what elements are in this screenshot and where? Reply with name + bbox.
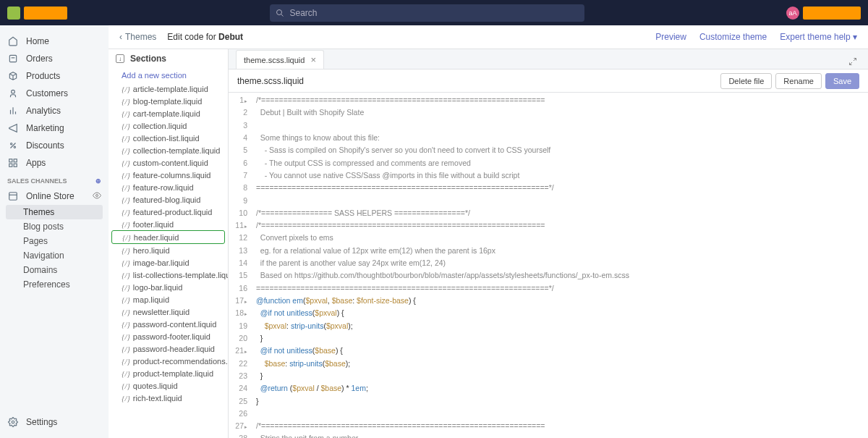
file-password-footer-liquid[interactable]: {/} password-footer.liquid: [109, 330, 228, 342]
close-icon[interactable]: ×: [310, 54, 316, 65]
svg-line-20: [850, 62, 853, 65]
search-placeholder: Search: [290, 8, 318, 18]
liquid-icon: {/}: [122, 220, 130, 229]
file-quotes-liquid[interactable]: {/} quotes.liquid: [109, 379, 228, 392]
file-article-template-liquid[interactable]: {/} article-template.liquid: [109, 83, 228, 95]
sidebar-item-online-store[interactable]: Online Store: [0, 188, 109, 205]
sidebar-label: Customers: [26, 88, 68, 98]
main-header: ‹ Themes Edit code for Debut Preview Cus…: [109, 25, 868, 49]
svg-line-10: [11, 143, 16, 148]
analytics-icon: [7, 105, 19, 117]
sidebar-item-discounts[interactable]: Discounts: [0, 137, 109, 154]
file-hero-liquid[interactable]: {/} hero.liquid: [109, 244, 228, 256]
home-icon: [7, 35, 19, 47]
sidebar-label: Apps: [26, 158, 46, 168]
tab-open-file[interactable]: theme.scss.liquid ×: [236, 50, 324, 69]
sidebar-item-marketing[interactable]: Marketing: [0, 119, 109, 137]
sidebar-sub-blog-posts[interactable]: Blog posts: [0, 219, 109, 234]
discounts-icon: [7, 140, 19, 151]
page-title: Edit code for Debut: [167, 32, 243, 42]
file-feature-row-liquid[interactable]: {/} feature-row.liquid: [109, 181, 228, 193]
liquid-icon: {/}: [122, 394, 130, 403]
preview-link[interactable]: Preview: [655, 32, 686, 42]
save-button[interactable]: Save: [825, 73, 859, 89]
sidebar-sub-pages[interactable]: Pages: [0, 234, 109, 248]
expand-icon[interactable]: [845, 56, 861, 69]
back-button[interactable]: ‹ Themes: [119, 32, 156, 42]
sidebar-sub-navigation[interactable]: Navigation: [0, 248, 109, 263]
sidebar-sub-themes[interactable]: Themes: [6, 205, 103, 219]
file-custom-content-liquid[interactable]: {/} custom-content.liquid: [109, 156, 228, 169]
file-featured-product-liquid[interactable]: {/} featured-product.liquid: [109, 206, 228, 218]
tabs-row: theme.scss.liquid ×: [229, 49, 868, 70]
sidebar-item-products[interactable]: Products: [0, 67, 109, 85]
expert-help-dropdown[interactable]: Expert theme help ▾: [780, 32, 857, 42]
sidebar-sub-preferences[interactable]: Preferences: [0, 277, 109, 292]
file-cart-template-liquid[interactable]: {/} cart-template.liquid: [109, 107, 228, 119]
svg-rect-11: [9, 159, 12, 162]
liquid-icon: {/}: [122, 332, 130, 341]
sidebar-sub-domains[interactable]: Domains: [0, 263, 109, 277]
file-image-bar-liquid[interactable]: {/} image-bar.liquid: [109, 256, 228, 269]
eye-icon[interactable]: [93, 191, 101, 202]
rename-button[interactable]: Rename: [775, 73, 822, 89]
file-collection-list-liquid[interactable]: {/} collection-list.liquid: [109, 132, 228, 144]
search-input[interactable]: Search: [270, 4, 584, 22]
liquid-icon: {/}: [122, 134, 130, 143]
liquid-icon: {/}: [122, 357, 130, 366]
file-rich-text-liquid[interactable]: {/} rich-text.liquid: [109, 392, 228, 404]
section-header[interactable]: ↓ Sections: [109, 49, 228, 68]
store-name-redacted: [24, 7, 67, 20]
file-collection-liquid[interactable]: {/} collection.liquid: [109, 119, 228, 132]
add-channel-icon[interactable]: ⊕: [95, 177, 101, 185]
svg-point-4: [12, 90, 15, 93]
file-blog-template-liquid[interactable]: {/} blog-template.liquid: [109, 95, 228, 107]
filename-label: theme.scss.liquid: [237, 76, 304, 86]
file-product-recommendations-liquid[interactable]: {/} product-recommendations.liquid: [109, 355, 228, 367]
liquid-icon: {/}: [122, 271, 130, 279]
avatar[interactable]: aA: [786, 7, 799, 20]
liquid-icon: {/}: [122, 159, 130, 167]
file-product-template-liquid[interactable]: {/} product-template.liquid: [109, 367, 228, 379]
chevron-left-icon: ‹: [119, 32, 122, 42]
file-password-content-liquid[interactable]: {/} password-content.liquid: [109, 318, 228, 330]
sidebar-item-orders[interactable]: Orders: [0, 50, 109, 67]
file-map-liquid[interactable]: {/} map.liquid: [109, 293, 228, 306]
sidebar-item-home[interactable]: Home: [0, 33, 109, 50]
liquid-icon: {/}: [122, 97, 130, 106]
delete-file-button[interactable]: Delete file: [720, 73, 772, 89]
liquid-icon: {/}: [122, 258, 130, 267]
svg-rect-15: [9, 193, 17, 201]
collapse-icon: ↓: [116, 54, 124, 63]
file-logo-bar-liquid[interactable]: {/} logo-bar.liquid: [109, 281, 228, 293]
sidebar-item-settings[interactable]: Settings: [0, 413, 109, 431]
sidebar-item-apps[interactable]: Apps: [0, 154, 109, 172]
file-list-collections-template-liquid[interactable]: {/} list-collections-template.liquid: [109, 269, 228, 281]
file-header-liquid[interactable]: {/} header.liquid: [111, 230, 225, 244]
customers-icon: [7, 88, 19, 99]
sidebar-label: Analytics: [26, 106, 61, 116]
liquid-icon: {/}: [122, 146, 130, 155]
apps-icon: [7, 157, 19, 169]
file-newsletter-liquid[interactable]: {/} newsletter.liquid: [109, 306, 228, 318]
liquid-icon: {/}: [122, 345, 130, 353]
liquid-icon: {/}: [122, 109, 130, 118]
customize-theme-link[interactable]: Customize theme: [699, 32, 767, 42]
code-editor[interactable]: 1234567891011121314151617181920212223242…: [229, 93, 868, 438]
svg-point-9: [14, 146, 15, 148]
sidebar-label: Online Store: [26, 191, 75, 201]
svg-line-19: [854, 59, 856, 62]
file-feature-columns-liquid[interactable]: {/} feature-columns.liquid: [109, 169, 228, 181]
sidebar-item-analytics[interactable]: Analytics: [0, 102, 109, 119]
sales-channels-header: SALES CHANNELS ⊕: [0, 172, 109, 188]
file-footer-liquid[interactable]: {/} footer.liquid: [109, 218, 228, 230]
main-area: ‹ Themes Edit code for Debut Preview Cus…: [109, 25, 868, 438]
add-section-link[interactable]: Add a new section: [109, 68, 228, 83]
liquid-icon: {/}: [122, 320, 130, 329]
file-password-header-liquid[interactable]: {/} password-header.liquid: [109, 342, 228, 355]
file-collection-template-liquid[interactable]: {/} collection-template.liquid: [109, 144, 228, 156]
tab-label: theme.scss.liquid: [244, 56, 305, 64]
liquid-icon: {/}: [122, 283, 130, 292]
sidebar-item-customers[interactable]: Customers: [0, 85, 109, 102]
file-featured-blog-liquid[interactable]: {/} featured-blog.liquid: [109, 193, 228, 206]
